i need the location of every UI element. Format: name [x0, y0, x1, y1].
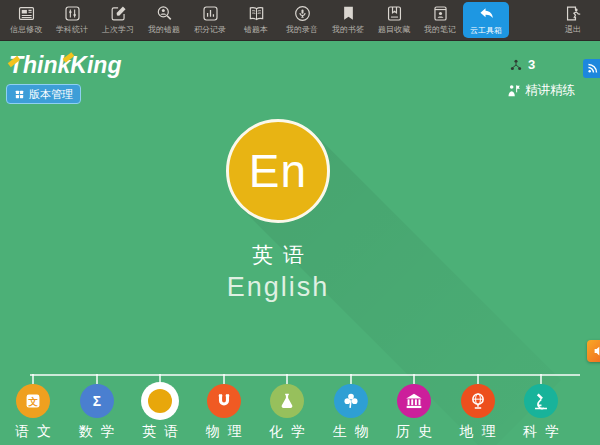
toolbar-item[interactable]: 上次学习 [95, 0, 141, 40]
bar-chart-icon [201, 4, 220, 23]
toolbar-item[interactable]: 积分记录 [187, 0, 233, 40]
toolbar-item-label: 云工具箱 [470, 26, 502, 35]
subject-circle[interactable]: Σ [80, 384, 114, 418]
subject-item[interactable]: 生物 [316, 374, 386, 441]
subject-item[interactable]: Σ数学 [62, 374, 132, 441]
subject-item[interactable]: 历史 [379, 374, 449, 441]
subject-circle[interactable] [397, 384, 431, 418]
toolbar-item-label: 题目收藏 [378, 25, 410, 34]
timeline-tick [286, 374, 288, 384]
open-book-icon [247, 4, 266, 23]
subject-item[interactable]: 科学 [506, 374, 576, 441]
speaker-fab-button[interactable] [587, 340, 600, 362]
top-toolbar: 信息修改学科统计上次学习我的错题积分记录错题本我的录音我的书签题目收藏我的笔记云… [0, 0, 600, 41]
subject-label: 英语 [142, 423, 186, 441]
version-manage-button[interactable]: 版本管理 [6, 84, 81, 104]
svg-text:Σ: Σ [92, 394, 100, 409]
toolbar-item[interactable]: 题目收藏 [371, 0, 417, 40]
subject-dock: 文语文Σ数学英语物理化学生物历史地理科学 [0, 368, 600, 445]
subject-title-cn: 英语 [128, 241, 438, 269]
subject-circle-selected[interactable] [141, 382, 179, 420]
toolbar-item[interactable]: 我的录音 [279, 0, 325, 40]
subject-label: 科学 [523, 423, 567, 441]
subject-label: 地理 [460, 423, 504, 441]
toolbar-item-label: 我的笔记 [424, 25, 456, 34]
toolbar-item-label: 信息修改 [10, 25, 42, 34]
toolbar-item-label: 错题本 [244, 25, 268, 34]
timeline-tick [96, 374, 98, 384]
speaker-icon [592, 344, 600, 358]
english-dot-icon [148, 389, 172, 413]
subject-item[interactable]: 化学 [252, 374, 322, 441]
toolbar-item-label: 我的书签 [332, 25, 364, 34]
bookmark-icon [339, 4, 358, 23]
toolbar-item[interactable]: 错题本 [233, 0, 279, 40]
newspaper-icon [17, 4, 36, 23]
toolbar-item[interactable]: 我的错题 [141, 0, 187, 40]
toolbar-exit-button[interactable]: 退出 [550, 0, 596, 40]
globe-icon [467, 390, 489, 412]
back-arrow-icon [477, 5, 496, 24]
search-person-icon [155, 4, 174, 23]
subject-item[interactable]: 物理 [189, 374, 259, 441]
toolbar-item-label: 我的录音 [286, 25, 318, 34]
toolbar-item-label: 学科统计 [56, 25, 88, 34]
subject-label: 历史 [396, 423, 440, 441]
subject-circle[interactable] [524, 384, 558, 418]
subject-label: 化学 [269, 423, 313, 441]
magnet-icon [213, 390, 235, 412]
toolbar-item[interactable]: 云工具箱 [463, 2, 509, 38]
subject-titles: 英语 English [128, 241, 428, 303]
flask-icon [276, 390, 298, 412]
timeline-tick [350, 374, 352, 384]
rss-icon [586, 62, 599, 75]
subject-circle[interactable]: 文 [16, 384, 50, 418]
grid-icon [14, 89, 25, 100]
network-icon [509, 58, 523, 72]
subject-title-en: English [128, 272, 428, 303]
subject-item[interactable]: 文语文 [0, 374, 68, 441]
exit-runner-icon [564, 4, 583, 23]
toolbar-item-label: 上次学习 [102, 25, 134, 34]
timeline-tick [32, 374, 34, 384]
subject-label: 生物 [333, 423, 377, 441]
museum-icon [403, 390, 425, 412]
version-manage-label: 版本管理 [29, 87, 73, 102]
svg-text:文: 文 [28, 396, 38, 407]
subject-circle[interactable] [461, 384, 495, 418]
favorites-book-icon [385, 4, 404, 23]
subject-label: 数学 [79, 423, 123, 441]
sigma-icon: Σ [86, 390, 108, 412]
chinese-brush-icon: 文 [22, 390, 44, 412]
subject-circle[interactable] [270, 384, 304, 418]
toolbar-item[interactable]: 信息修改 [3, 0, 49, 40]
subject-circle[interactable] [334, 384, 368, 418]
microphone-icon [293, 4, 312, 23]
subject-label: 物理 [206, 423, 250, 441]
subject-item[interactable]: 英语 [125, 374, 195, 441]
clover-icon [340, 390, 362, 412]
subject-item[interactable]: 地理 [443, 374, 513, 441]
toolbar-item-label: 我的错题 [148, 25, 180, 34]
timeline-tick [477, 374, 479, 384]
toolbar-item[interactable]: 我的笔记 [417, 0, 463, 40]
device-count: 3 [528, 57, 535, 72]
practice-link[interactable]: 精讲精练 [506, 82, 575, 99]
rss-button[interactable] [583, 59, 600, 78]
toolbar-item[interactable]: 我的书签 [325, 0, 371, 40]
sliders-icon [63, 4, 82, 23]
notes-badge-icon [431, 4, 450, 23]
flag-person-icon [506, 83, 522, 99]
edit-icon [109, 4, 128, 23]
toolbar-item-label: 积分记录 [194, 25, 226, 34]
device-count-group: 3 [509, 57, 535, 72]
current-subject-circle[interactable]: En [226, 119, 330, 223]
toolbar-item-label: 退出 [565, 25, 581, 34]
timeline-tick [223, 374, 225, 384]
timeline-tick [413, 374, 415, 384]
timeline-tick [540, 374, 542, 384]
toolbar-item[interactable]: 学科统计 [49, 0, 95, 40]
subject-circle[interactable] [207, 384, 241, 418]
subject-label: 语文 [15, 423, 59, 441]
subject-badge: En [249, 144, 307, 198]
